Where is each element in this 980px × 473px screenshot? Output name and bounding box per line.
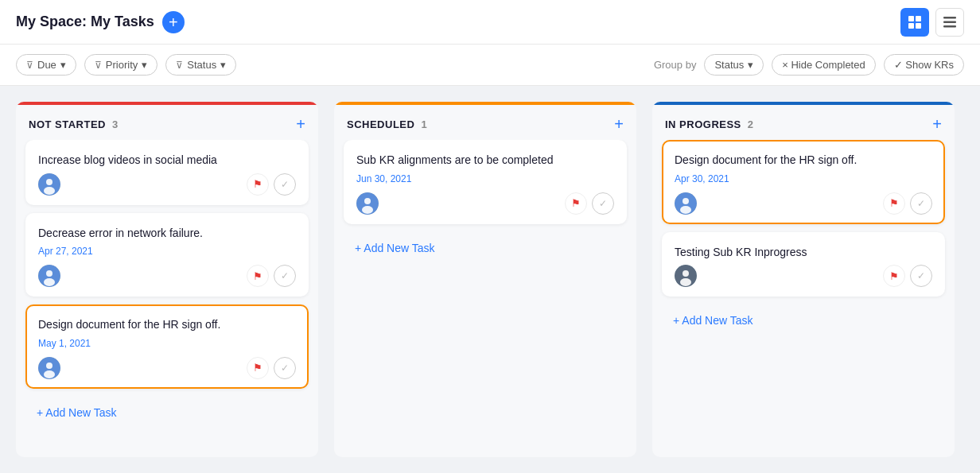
column-title-group-scheduled: SCHEDULED1: [347, 118, 427, 130]
check-button-card-2[interactable]: ✓: [274, 265, 296, 287]
check-button-card-1[interactable]: ✓: [274, 173, 296, 196]
svg-point-14: [46, 363, 52, 369]
flag-icon-card-5: ⚑: [889, 197, 899, 209]
flag-button-card-3[interactable]: ⚑: [247, 357, 269, 379]
kanban-board: NOT STARTED3+Increase blog videos in soc…: [0, 86, 980, 473]
column-in-progress: IN PROGRESS2+Design document for the HR …: [652, 102, 955, 457]
group-by-status-button[interactable]: Status ▾: [704, 54, 764, 76]
card-title-card-1: Increase blog videos in social media: [38, 153, 296, 169]
check-button-card-3[interactable]: ✓: [274, 357, 296, 379]
card-footer-card-6: ⚑✓: [675, 265, 932, 287]
card-footer-card-2: ⚑✓: [38, 265, 296, 287]
svg-point-23: [682, 270, 689, 277]
list-icon: [943, 15, 957, 29]
column-count-scheduled: 1: [421, 118, 426, 130]
hide-completed-button[interactable]: × Hide Completed: [772, 54, 875, 76]
show-krs-label: ✓ Show KRs: [894, 59, 954, 71]
card-card-3[interactable]: Design document for the HR sign off.May …: [25, 304, 309, 389]
svg-point-8: [46, 179, 52, 185]
svg-point-20: [682, 198, 689, 204]
column-count-not-started: 3: [112, 118, 118, 130]
card-actions-card-3: ⚑✓: [247, 357, 296, 379]
column-header-scheduled: SCHEDULED1+: [334, 105, 636, 140]
svg-point-17: [364, 198, 371, 204]
svg-point-18: [362, 206, 373, 214]
card-footer-card-3: ⚑✓: [38, 357, 296, 379]
check-button-card-4[interactable]: ✓: [592, 192, 614, 215]
svg-point-21: [680, 206, 691, 214]
card-card-1[interactable]: Increase blog videos in social media ⚑✓: [25, 140, 309, 205]
column-title-in-progress: IN PROGRESS: [665, 118, 741, 130]
card-actions-card-4: ⚑✓: [565, 192, 614, 215]
filter-status-button[interactable]: ⊽ Status ▾: [165, 54, 236, 76]
add-task-button-scheduled[interactable]: + Add New Task: [344, 232, 627, 264]
flag-icon-card-3: ⚑: [253, 362, 262, 374]
check-icon-card-1: ✓: [281, 179, 289, 190]
avatar-card-2: [38, 265, 60, 287]
column-title-group-in-progress: IN PROGRESS2: [665, 118, 753, 130]
filter-priority-label: Priority: [106, 59, 138, 71]
filter-status-icon: ⊽: [176, 60, 183, 71]
avatar-card-5: [675, 192, 697, 215]
column-title-scheduled: SCHEDULED: [347, 118, 414, 130]
flag-icon-card-6: ⚑: [889, 270, 899, 282]
filter-priority-button[interactable]: ⊽ Priority ▾: [84, 54, 158, 76]
filter-due-icon: ⊽: [26, 60, 33, 71]
view-list-button[interactable]: [935, 8, 964, 37]
column-add-button-scheduled[interactable]: +: [614, 116, 624, 132]
card-title-card-6: Testing Sub KR Inprogress: [675, 245, 932, 261]
check-button-card-5[interactable]: ✓: [910, 192, 932, 215]
card-card-6[interactable]: Testing Sub KR Inprogress ⚑✓: [662, 232, 945, 297]
svg-point-9: [44, 187, 55, 195]
flag-icon-card-1: ⚑: [253, 178, 262, 190]
svg-rect-1: [916, 16, 921, 21]
avatar-card-4: [356, 192, 379, 215]
card-card-5[interactable]: Design document for the HR sign off.Apr …: [662, 140, 945, 224]
show-krs-button[interactable]: ✓ Show KRs: [884, 54, 964, 76]
card-title-card-4: Sub KR alignments are to be completed: [356, 153, 614, 169]
column-header-in-progress: IN PROGRESS2+: [652, 105, 955, 140]
app-header: My Space: My Tasks +: [0, 0, 980, 45]
card-title-card-5: Design document for the HR sign off.: [675, 153, 932, 169]
cards-container-not-started: Increase blog videos in social media ⚑✓D…: [16, 140, 318, 457]
card-card-4[interactable]: Sub KR alignments are to be completedJun…: [344, 140, 627, 224]
check-icon-card-3: ✓: [281, 363, 289, 374]
view-grid-button[interactable]: [900, 8, 929, 37]
column-add-button-not-started[interactable]: +: [296, 116, 305, 132]
column-count-in-progress: 2: [748, 118, 753, 130]
svg-point-11: [46, 270, 52, 277]
add-task-button-in-progress[interactable]: + Add New Task: [662, 304, 945, 336]
flag-button-card-2[interactable]: ⚑: [247, 265, 269, 287]
avatar-card-3: [38, 357, 60, 379]
card-actions-card-1: ⚑✓: [247, 173, 296, 196]
check-button-card-6[interactable]: ✓: [910, 265, 932, 287]
header-right: [900, 8, 964, 37]
filter-due-chevron: ▾: [60, 59, 66, 71]
page-title: My Space: My Tasks: [16, 14, 154, 30]
flag-button-card-6[interactable]: ⚑: [883, 265, 905, 287]
add-task-button-not-started[interactable]: + Add New Task: [25, 397, 309, 428]
card-title-card-2: Decrease error in network failure.: [38, 226, 296, 242]
filter-status-chevron: ▾: [220, 59, 226, 71]
flag-icon-card-4: ⚑: [571, 197, 581, 209]
check-icon-card-4: ✓: [599, 198, 607, 209]
add-global-button[interactable]: +: [162, 11, 185, 33]
hide-completed-label: × Hide Completed: [782, 59, 865, 71]
filter-due-label: Due: [37, 59, 56, 71]
flag-button-card-1[interactable]: ⚑: [247, 173, 269, 196]
column-title-group-not-started: NOT STARTED3: [29, 118, 118, 130]
check-icon-card-5: ✓: [917, 198, 925, 209]
card-actions-card-5: ⚑✓: [883, 192, 932, 215]
filter-due-button[interactable]: ⊽ Due ▾: [16, 54, 76, 76]
header-left: My Space: My Tasks +: [16, 11, 185, 33]
flag-button-card-4[interactable]: ⚑: [565, 192, 587, 215]
svg-rect-5: [943, 21, 956, 23]
svg-rect-4: [943, 17, 956, 19]
flag-button-card-5[interactable]: ⚑: [883, 192, 905, 215]
column-add-button-in-progress[interactable]: +: [932, 116, 942, 132]
svg-point-15: [44, 370, 55, 378]
card-footer-card-4: ⚑✓: [356, 192, 614, 215]
group-by-label: Group by: [654, 59, 696, 71]
group-by-chevron: ▾: [748, 59, 753, 71]
card-card-2[interactable]: Decrease error in network failure.Apr 27…: [25, 213, 309, 297]
